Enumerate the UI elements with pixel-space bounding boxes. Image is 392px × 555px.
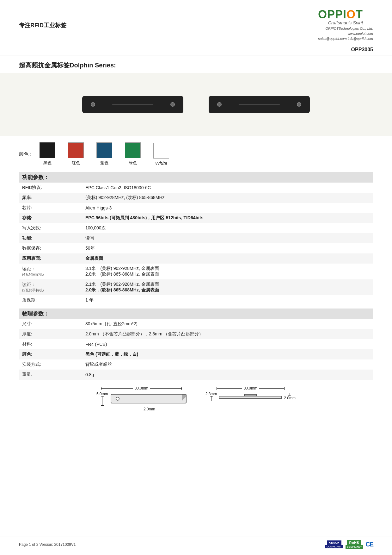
param-value: 黑色 (可选红，蓝，绿，白) <box>82 349 373 359</box>
rohs-certification: RoHS COMPLIANT <box>346 540 363 549</box>
param-value: 背胶或者螺丝 <box>82 359 373 370</box>
dim-value-right-2: 2.0mm <box>284 396 296 400</box>
param-value: (美标) 902-928MHz, (欧标) 865-868MHz <box>82 193 373 203</box>
ce-mark: CE <box>365 541 373 548</box>
dim-tick <box>101 405 104 406</box>
dim-value-left-2: 2.8mm <box>205 392 217 396</box>
logo-sub: Craftsman's Spirit <box>318 20 373 25</box>
logo-text: OPPIOT <box>318 9 363 20</box>
tag-top-view <box>82 96 183 113</box>
contact-line2: www.oppiot.com <box>318 32 373 35</box>
param-label: RFID协议: <box>19 183 82 193</box>
param-value: 2.0mm （不含芯片凸起部分），2.8mm （含芯片凸起部分） <box>82 329 373 339</box>
param-value: 50年 <box>82 243 373 253</box>
dim-tick <box>210 401 213 401</box>
swatch-box-blue <box>96 142 112 158</box>
tag-shape-1 <box>82 96 183 113</box>
product-title: 超高频抗金属标签Dolphin Series: <box>19 62 116 69</box>
table-row: 读距： (4瓦的固定机) 3.1米，(美标) 902-928MHz, 金属表面 … <box>19 264 373 279</box>
tag-hole-front-1 <box>116 397 119 401</box>
functional-params-section: 功能参数： RFID协议: EPC Class1 Gen2, ISO18000-… <box>0 172 392 305</box>
product-title-zh: 超高频抗金属标签 <box>19 62 70 69</box>
dim-value-left-1: 5.0mm <box>96 392 108 396</box>
tag-hole-4 <box>297 102 301 107</box>
swatch-label-black: 黑色 <box>43 160 52 166</box>
dim-vline-3 <box>290 393 290 396</box>
dim-value-top-1: 30.0mm <box>135 386 148 390</box>
swatch-box-black <box>40 142 55 158</box>
table-row: 存储: EPC 96bits (可拓展到 480bits)，用户区 512bit… <box>19 213 373 223</box>
param-value: 1 年 <box>82 295 373 305</box>
param-label: 写入次数: <box>19 223 82 233</box>
tag-shape-2 <box>209 96 310 113</box>
param-label: 读距： (2瓦的手持机) <box>19 279 82 295</box>
tag-hole-1 <box>91 102 95 107</box>
contact-line3: sales@oppiot.com info@oprfid.com <box>318 37 373 41</box>
dim-value-top-2: 30.0mm <box>244 386 257 390</box>
swatch-label-blue: 蓝色 <box>100 160 108 166</box>
reach-compliant: COMPLIANT <box>325 545 343 548</box>
table-row: 厚度: 2.0mm （不含芯片凸起部分），2.8mm （含芯片凸起部分） <box>19 329 373 339</box>
product-title-section: 超高频抗金属标签Dolphin Series: <box>0 55 392 73</box>
swatch-label-red: 红色 <box>72 160 80 166</box>
param-value: 读写 <box>82 233 373 243</box>
reach-certification: REACH COMPLIANT <box>325 540 343 548</box>
swatch-box-white <box>153 143 169 159</box>
table-row: 数据保存: 50年 <box>19 243 373 253</box>
tag-cut <box>182 395 186 403</box>
dim-line <box>259 388 285 389</box>
tag-hole-3 <box>217 102 222 107</box>
table-row: 颜色: 黑色 (可选红，蓝，绿，白) <box>19 349 373 359</box>
company-tagline: 专注RFID工业标签 <box>19 22 66 29</box>
param-value: 3.1米，(美标) 902-928MHz, 金属表面 2.8米，(欧标) 865… <box>82 264 373 279</box>
tag-hole-2 <box>170 102 175 107</box>
functional-params-table: RFID协议: EPC Class1 Gen2, ISO18000-6C 频率:… <box>19 183 373 305</box>
dim-tick <box>288 396 291 396</box>
param-value: 0.8g <box>82 370 373 380</box>
param-label: 读距： (4瓦的固定机) <box>19 264 82 279</box>
swatch-green: 绿色 <box>125 142 141 166</box>
dim-tick <box>101 387 101 390</box>
diagram-section: 30.0mm 5.0mm 2.0mm <box>0 380 392 421</box>
color-label: 颜色： <box>19 151 33 157</box>
tag-images <box>82 96 310 113</box>
dim-vline-2 <box>211 396 211 401</box>
product-number: OPP3005 <box>351 47 373 52</box>
reach-label: REACH <box>327 540 342 545</box>
dim-vline <box>102 396 102 406</box>
swatch-black: 黑色 <box>40 142 55 166</box>
dim-right-2: 2.0mm <box>284 393 296 400</box>
param-label: 应用表面: <box>19 253 82 264</box>
dim-tick <box>288 393 291 393</box>
param-value: EPC 96bits (可拓展到 480bits)，用户区 512bits, T… <box>82 213 373 223</box>
dim-tick <box>217 387 217 390</box>
tag-front-shape <box>111 394 187 403</box>
footer-certifications: REACH COMPLIANT RoHS COMPLIANT CE <box>325 540 373 549</box>
footer: Page 1 of 2 Version: 20171009V1 REACH CO… <box>0 537 392 549</box>
dim-line <box>150 388 182 389</box>
param-label: 重量: <box>19 370 82 380</box>
contact-line1: OPPIOTTechnologies Co., Ltd. <box>318 27 373 30</box>
table-row: 安装方式: 背胶或者螺丝 <box>19 359 373 370</box>
param-value: EPC Class1 Gen2, ISO18000-6C <box>82 183 373 193</box>
dim-tick <box>284 387 285 390</box>
param-label: 材料: <box>19 339 82 349</box>
tag-side-profile: 2.8mm 2.0mm <box>205 392 296 401</box>
param-label: 功能: <box>19 233 82 243</box>
physical-params-section: 物理参数： 尺寸: 30x5mm, (孔: 直径2mm*2) 厚度: 2.0mm… <box>0 309 392 380</box>
swatch-box-green <box>125 142 141 158</box>
param-value: FR4 (PCB) <box>82 339 373 349</box>
functional-params-title: 功能参数： <box>19 172 373 183</box>
tag-ridge-2 <box>239 104 280 105</box>
dim-top-label-2: 30.0mm <box>209 386 291 390</box>
diagram-1: 30.0mm 5.0mm 2.0mm <box>96 386 187 411</box>
tag-side-view <box>209 96 310 113</box>
product-number-bar: OPP3005 <box>0 44 392 55</box>
rohs-compliant: COMPLIANT <box>346 545 363 549</box>
physical-params-title: 物理参数： <box>19 309 373 319</box>
tag-chip-bump <box>244 394 257 396</box>
footer-page-info: Page 1 of 2 Version: 20171009V1 <box>19 542 76 547</box>
table-row: 写入次数: 100,000次 <box>19 223 373 233</box>
dim-line <box>217 388 242 389</box>
table-row: 材料: FR4 (PCB) <box>19 339 373 349</box>
